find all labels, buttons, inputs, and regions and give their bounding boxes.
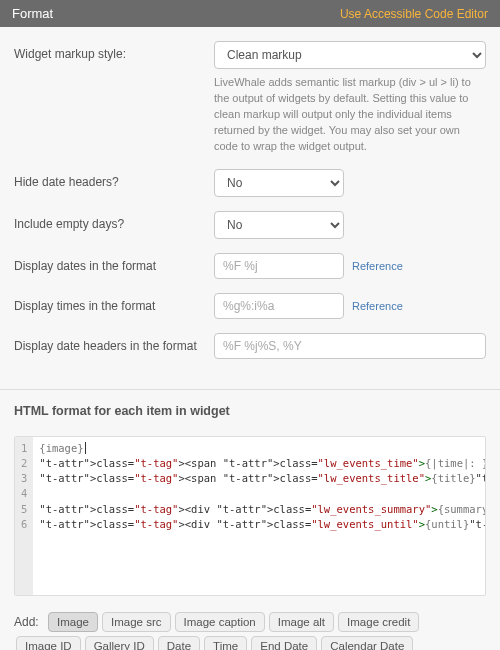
time-format-reference-link[interactable]: Reference: [352, 300, 403, 312]
panel-title: Format: [12, 6, 53, 21]
html-format-editor[interactable]: 123456 {image} "t-attr">class="t-tag"><s…: [14, 436, 486, 596]
include-empty-days-select[interactable]: No: [214, 211, 344, 239]
add-tag[interactable]: Image ID: [16, 636, 81, 650]
code-area[interactable]: {image} "t-attr">class="t-tag"><span "t-…: [33, 437, 486, 595]
date-format-label: Display dates in the format: [14, 253, 214, 273]
add-tag[interactable]: Calendar Date: [321, 636, 413, 650]
time-format-input[interactable]: [214, 293, 344, 319]
markup-style-help: LiveWhale adds semantic list markup (div…: [214, 75, 486, 155]
add-tag[interactable]: Time: [204, 636, 247, 650]
add-tag[interactable]: Date: [158, 636, 200, 650]
header-format-label: Display date headers in the format: [14, 333, 214, 353]
add-tag[interactable]: Image src: [102, 612, 171, 632]
markup-style-select[interactable]: Clean markup: [214, 41, 486, 69]
hide-date-headers-label: Hide date headers?: [14, 169, 214, 189]
html-format-title: HTML format for each item in widget: [14, 404, 486, 418]
date-format-input[interactable]: [214, 253, 344, 279]
add-tag[interactable]: Image alt: [269, 612, 334, 632]
header-format-input[interactable]: [214, 333, 486, 359]
add-tag[interactable]: Gallery ID: [85, 636, 154, 650]
add-tag-section: Add: ImageImage srcImage captionImage al…: [0, 610, 500, 650]
add-tag[interactable]: Image: [48, 612, 98, 632]
accessible-editor-link[interactable]: Use Accessible Code Editor: [340, 7, 488, 21]
add-tag[interactable]: Image caption: [175, 612, 265, 632]
add-tag[interactable]: End Date: [251, 636, 317, 650]
markup-style-label: Widget markup style:: [14, 41, 214, 61]
code-gutter: 123456: [15, 437, 33, 595]
include-empty-days-label: Include empty days?: [14, 211, 214, 231]
section-divider: [0, 389, 500, 390]
add-label: Add:: [14, 615, 39, 629]
hide-date-headers-select[interactable]: No: [214, 169, 344, 197]
panel-header: Format Use Accessible Code Editor: [0, 0, 500, 27]
date-format-reference-link[interactable]: Reference: [352, 260, 403, 272]
add-tag[interactable]: Image credit: [338, 612, 419, 632]
time-format-label: Display times in the format: [14, 293, 214, 313]
